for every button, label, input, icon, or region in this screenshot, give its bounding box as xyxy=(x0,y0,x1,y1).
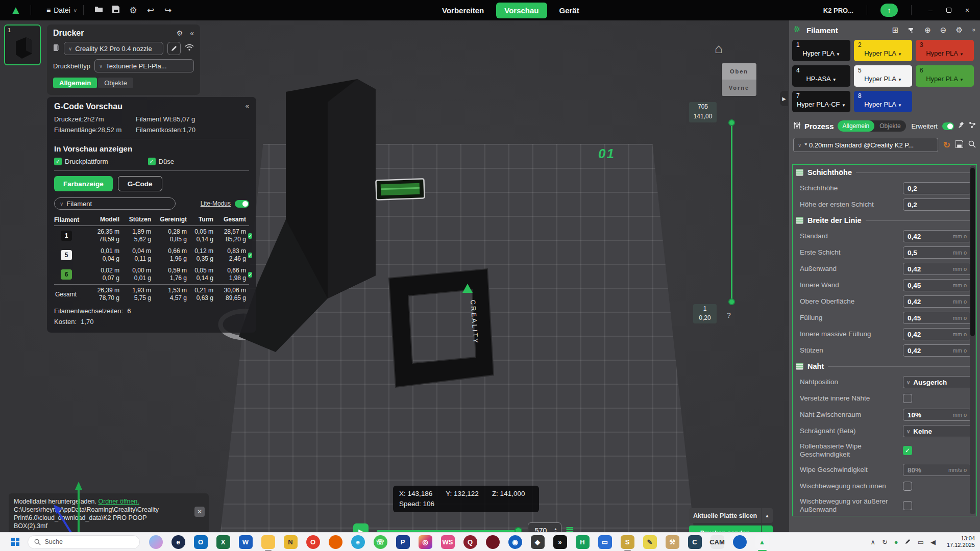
setting-input[interactable]: 0,42 mm o xyxy=(903,344,971,357)
taskbar-app-icon[interactable] xyxy=(149,535,163,549)
layer-slider-bottom-handle[interactable] xyxy=(728,298,735,305)
wifi-icon[interactable] xyxy=(185,44,194,53)
taskbar-app-icon[interactable]: ◉ xyxy=(508,535,522,549)
filament-swatch[interactable]: 4 HP-ASA ▼ xyxy=(792,65,850,87)
taskbar-app-icon[interactable]: W xyxy=(239,535,253,549)
setting-input[interactable]: 10% mm o xyxy=(903,409,971,421)
save-preset-icon[interactable] xyxy=(955,140,963,150)
taskbar-app-icon[interactable]: » xyxy=(553,535,567,549)
filament-row-checkbox[interactable]: ✓ xyxy=(248,233,252,239)
printer-select[interactable]: ∨Creality K2 Pro 0.4 nozzle xyxy=(64,42,163,55)
filament-swatch[interactable]: 3 Hyper PLA ▼ xyxy=(916,40,974,61)
taskbar-app-icon[interactable]: WS xyxy=(441,535,455,549)
redo-icon[interactable]: ↪ xyxy=(159,5,177,16)
stepper-arrows-icon[interactable]: ▲▼ xyxy=(554,527,557,533)
file-menu[interactable]: ≡ Datei ∨ xyxy=(46,6,77,14)
settings-scrollbar[interactable] xyxy=(970,166,975,514)
slice-options-caret[interactable]: ▲ xyxy=(762,508,773,523)
preview-checkbox[interactable]: ✓ Druckplattform xyxy=(54,158,108,165)
taskbar-app-icon[interactable]: e xyxy=(172,535,185,549)
filament-collapse-icon[interactable]: « xyxy=(970,29,976,32)
reset-preset-icon[interactable]: ↻ xyxy=(943,140,950,151)
filament-swatch[interactable]: 5 Hyper PLA ▼ xyxy=(854,65,912,87)
send-options-caret[interactable]: ▲ xyxy=(762,525,773,532)
setting-input[interactable]: 0,42 mm o xyxy=(903,328,971,340)
setting-checkbox-unchecked[interactable] xyxy=(903,482,912,491)
process-preset-select[interactable]: ∨* 0.20mm Standard @Creality K2 P... xyxy=(793,138,938,152)
start-button[interactable] xyxy=(11,538,19,546)
lite-mode-label[interactable]: Lite-Modus xyxy=(201,200,231,207)
taskbar-app-icon[interactable] xyxy=(261,535,275,549)
view-cube[interactable]: Oben Vorne xyxy=(722,63,756,96)
view-cube-top[interactable]: Oben xyxy=(722,63,756,80)
taskbar-search[interactable]: Suche xyxy=(28,535,140,549)
taskbar-app-icon[interactable]: ◎ xyxy=(419,535,432,549)
setting-input[interactable]: 80% mm/s o xyxy=(903,464,971,476)
filament-row-checkbox[interactable]: ✓ xyxy=(248,253,252,258)
taskbar-app-icon[interactable]: e xyxy=(351,535,365,549)
setting-checkbox-unchecked[interactable] xyxy=(903,501,912,510)
filament-swatch[interactable]: 6 Hyper PLA ▼ xyxy=(916,65,974,87)
build-plate[interactable] xyxy=(220,144,694,532)
restore-button[interactable] xyxy=(943,6,954,14)
setting-input[interactable]: 0,42 mm o xyxy=(903,295,971,308)
taskbar-app-icon[interactable]: Q xyxy=(463,535,477,549)
home-view-icon[interactable]: ⌂ xyxy=(715,41,723,57)
main-tab[interactable]: Gerät xyxy=(551,3,587,18)
filament-swatch[interactable]: 8 Hyper PLA ▼ xyxy=(854,91,912,112)
taskbar-clock[interactable]: 13:04 17.12.2025 xyxy=(942,535,975,548)
open-folder-icon[interactable] xyxy=(90,5,107,15)
layer-stepper[interactable]: 570 ▲▼ xyxy=(528,522,561,532)
scope-objekte[interactable]: Objekte xyxy=(874,120,905,132)
ams-sync-icon[interactable]: ⊞ xyxy=(892,26,899,35)
notification-close-icon[interactable]: ✕ xyxy=(194,507,205,517)
setting-input[interactable]: 0,42 mm o xyxy=(903,263,971,275)
setting-input[interactable]: 0,2 xyxy=(903,182,971,194)
minimize-button[interactable]: – xyxy=(925,6,936,14)
tray-expand-chevron[interactable]: ∧ xyxy=(870,538,875,546)
taskbar-app-icon[interactable]: ◆ xyxy=(531,535,545,549)
plate-thumbnail[interactable]: 1 xyxy=(4,24,41,65)
setting-input[interactable]: 0,45 mm o xyxy=(903,279,971,291)
setting-input[interactable]: 0,45 mm o xyxy=(903,312,971,324)
send-print-button[interactable]: Drucken senden xyxy=(689,525,761,532)
taskbar-app-icon[interactable]: S xyxy=(621,535,634,549)
printer-tab-allgemein[interactable]: Allgemein xyxy=(53,78,97,88)
taskbar-app-icon[interactable]: O xyxy=(194,535,208,549)
layer-slider-top-handle[interactable] xyxy=(728,119,735,126)
setting-checkbox-unchecked[interactable] xyxy=(903,394,912,403)
filament-swatch[interactable]: 2 Hyper PLA ▼ xyxy=(854,40,912,61)
main-tab[interactable]: Vorbereiten xyxy=(434,3,492,18)
taskbar-app-icon[interactable] xyxy=(329,535,342,549)
printer-settings-gear-icon[interactable]: ⚙ xyxy=(177,29,183,37)
cloud-upload-button[interactable]: ↑ xyxy=(880,4,898,17)
view-cube-front[interactable]: Vorne xyxy=(722,80,756,96)
close-button[interactable]: × xyxy=(962,6,973,14)
faucet-flush-icon[interactable] xyxy=(908,26,915,35)
process-scope-toggle[interactable]: Allgemein Objekte xyxy=(838,120,906,132)
main-tab[interactable]: Vorschau xyxy=(496,3,547,18)
settings-gear-icon[interactable]: ⚙ xyxy=(125,5,142,16)
save-icon[interactable] xyxy=(107,5,125,15)
setting-select[interactable]: ∨Keine xyxy=(903,425,974,437)
gcode-panel-collapse-icon[interactable]: « xyxy=(246,102,249,110)
layer-stepper-value[interactable]: 570 xyxy=(532,527,550,533)
paint-spray-icon[interactable] xyxy=(958,121,965,131)
setting-input[interactable]: 0,5 mm o xyxy=(903,246,971,259)
layers-view-icon[interactable]: ≣ xyxy=(566,524,574,532)
open-folder-link[interactable]: Ordner öffnen. xyxy=(98,498,139,505)
taskbar-app-icon[interactable]: ✎ xyxy=(643,535,657,549)
taskbar-app-icon[interactable]: ▭ xyxy=(598,535,612,549)
panel-collapse-arrow[interactable]: ▶ xyxy=(780,91,788,106)
taskbar-app-icon[interactable]: O xyxy=(306,535,320,549)
taskbar-app-icon[interactable]: N xyxy=(284,535,298,549)
checkbox-checked-icon[interactable]: ✓ xyxy=(54,158,62,165)
advanced-toggle[interactable] xyxy=(942,122,954,130)
tray-display-icon[interactable]: ▭ xyxy=(918,538,924,546)
preview-checkbox[interactable]: ✓ Düse xyxy=(148,158,174,165)
setting-input[interactable]: 0,42 mm o xyxy=(903,230,971,242)
lite-mode-toggle[interactable] xyxy=(235,200,249,208)
taskbar-app-icon[interactable]: P xyxy=(396,535,410,549)
taskbar-app-icon[interactable] xyxy=(733,535,747,549)
filament-swatch[interactable]: 1 Hyper PLA ▼ xyxy=(792,40,850,61)
